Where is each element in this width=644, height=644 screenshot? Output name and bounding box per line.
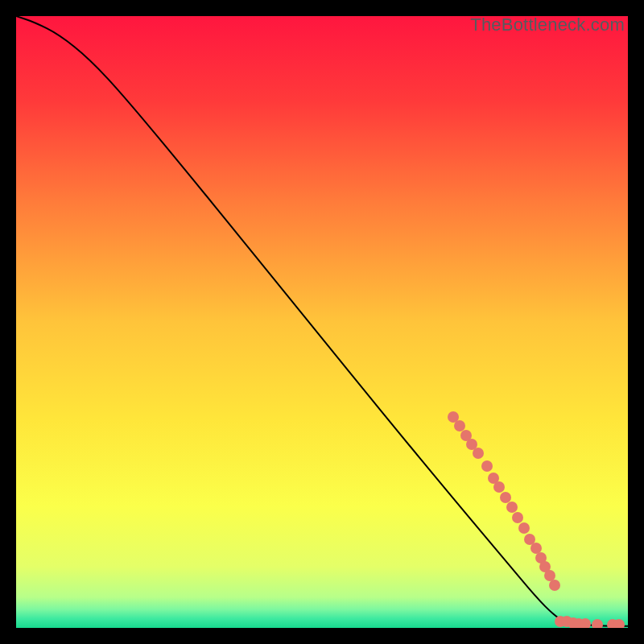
data-marker <box>493 481 505 493</box>
data-marker <box>613 619 625 628</box>
watermark-text: TheBottleneck.com <box>470 16 625 35</box>
data-marker <box>518 522 530 534</box>
data-marker <box>512 512 523 523</box>
data-marker <box>580 618 591 628</box>
data-marker <box>592 619 603 628</box>
plot-area: TheBottleneck.com <box>16 16 628 628</box>
curve-layer <box>16 16 628 628</box>
data-marker <box>473 448 484 459</box>
chart-frame: TheBottleneck.com <box>0 0 644 644</box>
data-marker <box>549 580 560 591</box>
main-curve <box>16 16 628 626</box>
data-marker <box>506 502 518 513</box>
data-marker <box>481 460 493 472</box>
